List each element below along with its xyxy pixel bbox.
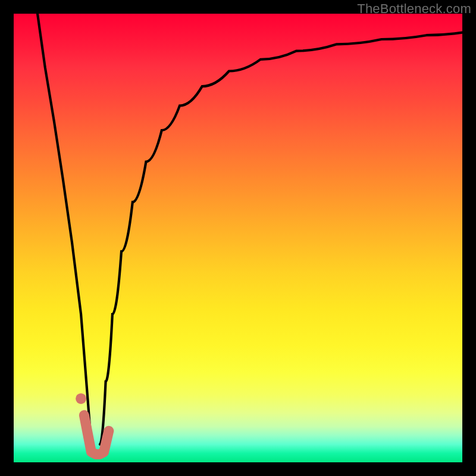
curve-left (37, 14, 91, 444)
marker-dot (76, 393, 86, 404)
plot-frame (14, 14, 462, 462)
j-marker (84, 415, 108, 455)
curve-right (100, 33, 462, 444)
curve-overlay (14, 14, 462, 462)
watermark-text: TheBottleneck.com (357, 1, 471, 17)
